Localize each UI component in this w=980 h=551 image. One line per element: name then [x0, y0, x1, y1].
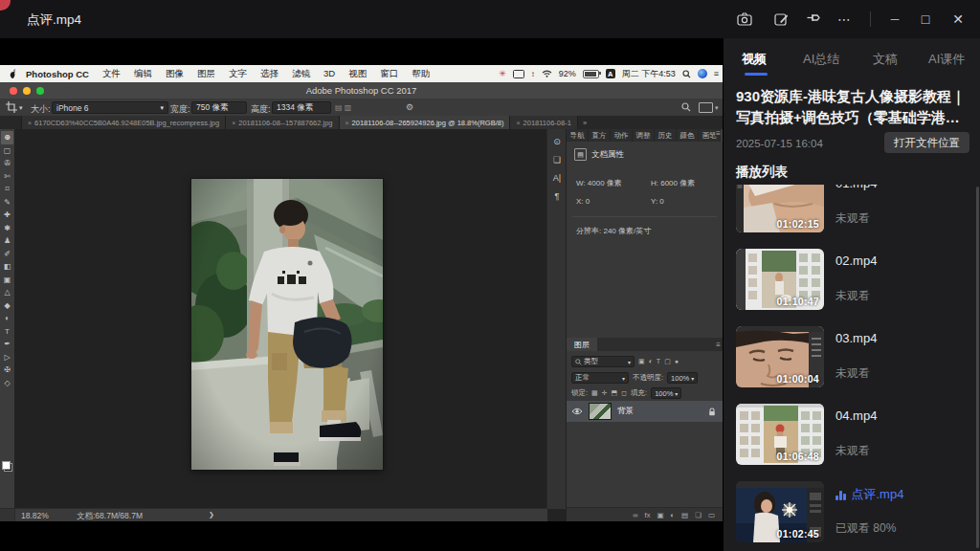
layers-tab: 图层: [567, 338, 597, 351]
lock-icon: [708, 408, 716, 416]
layer-filter-icon: ●: [675, 358, 679, 365]
minimize-button[interactable]: ─: [882, 8, 907, 31]
playlist-item-3[interactable]: 01:00:04 03.mp4 未观看: [736, 326, 968, 387]
workspace-dropdown-glyph: ▾: [715, 104, 719, 112]
macos-menus: 文件编辑图像图层文字选择滤镜3D视图窗口帮助: [102, 68, 430, 80]
apple-logo-icon: [9, 69, 17, 79]
pin-button[interactable]: [801, 8, 826, 31]
layers-footer-icon: ◐: [671, 511, 676, 519]
ps-window-title: Adobe Photoshop CC 2017: [0, 85, 723, 96]
playlist-item-5-current[interactable]: 01:02:45 点评.mp4 已观看 80%: [736, 481, 968, 542]
tab-ai-summary[interactable]: AI总结: [803, 51, 839, 68]
doc-tab-4: × 20181106-08-1: [510, 116, 577, 129]
ps-tool-icon: ◇: [1, 377, 13, 390]
tab-ai-courseware[interactable]: AI课件: [928, 51, 965, 68]
lock-option-icon: ⬒: [612, 389, 618, 397]
macos-app-menu: Photoshop CC: [26, 69, 89, 79]
playlist-item-4[interactable]: 01:06:48 04.mp4 未观看: [736, 404, 968, 465]
ps-canvas: [14, 129, 547, 509]
playlist-item-status: 未观看: [835, 210, 870, 227]
screenshot-button[interactable]: [732, 8, 757, 31]
doc-icons: ▤ ▥: [335, 103, 351, 112]
active-tab-underline: [745, 73, 768, 76]
size-label: 大小:: [31, 103, 51, 116]
input-method-badge: A: [606, 69, 615, 78]
playlist-item-2[interactable]: 01:10:47 02.mp4 未观看: [736, 249, 968, 310]
ps-options-bar: ▾ 大小: iPhone 6 ▾ 宽度: 750 像素 高度: 1334 像素 …: [0, 99, 723, 117]
maximize-button[interactable]: □: [913, 8, 938, 31]
duration-badge: 01:02:45: [736, 481, 824, 542]
menubar-clock: 周二 下午4:53: [622, 68, 676, 80]
camera-icon: [737, 12, 752, 26]
ps-tool-icon: ✚: [1, 209, 13, 222]
chevron-down-icon: ▾: [628, 359, 631, 365]
battery-percent: 92%: [559, 69, 576, 78]
size-select: iPhone 6 ▾: [52, 101, 168, 114]
layers-footer-icon: ▣: [657, 511, 663, 519]
spotlight-icon: [682, 70, 691, 78]
doc-x: X: 0: [576, 197, 590, 206]
notes-button[interactable]: [768, 8, 793, 31]
window-titlebar: 点评.mp4 ⋯ ─ □: [0, 0, 980, 38]
panel-menu-icon: ≡: [716, 129, 721, 138]
height-value: 1334 像素: [277, 102, 313, 114]
macos-menu-item: 文件: [102, 68, 121, 80]
layers-footer-icon: ∞: [633, 511, 637, 519]
ps-tool-icon: ▷: [1, 351, 13, 364]
photo-document: [191, 179, 383, 470]
chevron-down-icon: ▾: [160, 104, 164, 112]
notification-center-icon: ≡: [714, 69, 719, 78]
playlist-item-name: 04.mp4: [835, 408, 877, 423]
close-button[interactable]: ✕: [946, 8, 970, 31]
ps-tool-icon: ✒: [1, 338, 13, 351]
macos-menu-item: 滤镜: [292, 68, 310, 80]
ps-tool-icon: ◆: [1, 299, 13, 313]
doc-tab-2: × 20181106-08--157887662.jpg: [226, 116, 339, 129]
display-icon: [513, 70, 524, 78]
dock-panel-icon: A|: [553, 173, 561, 183]
doc-resolution: 分辨率: 240 像素/英寸: [576, 226, 651, 236]
lock-icons: ▩✛⬒◻: [591, 389, 627, 397]
fill-value: 100%: [655, 389, 673, 398]
width-value: 750 像素: [196, 102, 229, 114]
width-field: 750 像素: [191, 101, 247, 114]
video-date: 2025-07-15 16:04: [736, 138, 823, 149]
ps-tool-icon: ✄: [1, 170, 13, 184]
ps-tool-icon: T: [1, 325, 13, 339]
layers-filter-row: 类型 ▾ ▣◐T▢●: [567, 354, 723, 369]
layer-filter-icon: ▣: [638, 358, 645, 365]
macos-menubar: Photoshop CC 文件编辑图像图层文字选择滤镜3D视图窗口帮助 ✳ ↕ …: [0, 65, 723, 82]
tab-transcript[interactable]: 文稿: [873, 51, 898, 68]
playlist-item-name: 03.mp4: [835, 331, 877, 345]
video-player-surface[interactable]: Photoshop CC 文件编辑图像图层文字选择滤镜3D视图窗口帮助 ✳ ↕ …: [0, 38, 723, 551]
open-file-location-button[interactable]: 打开文件位置: [884, 132, 969, 153]
playlist-scrollbar[interactable]: [976, 187, 979, 548]
lock-option-icon: ✛: [602, 389, 608, 397]
layer-thumbnail: [589, 403, 612, 420]
photo-illustration: [191, 179, 383, 470]
more-button[interactable]: ⋯: [832, 8, 857, 31]
ps-document-tabs: × 6170CD63%40CC5B0A46.9248E05B.jpg_recom…: [0, 116, 723, 129]
color-swatches: [2, 461, 12, 472]
minimize-icon: ─: [891, 13, 900, 25]
layers-footer-icon: ▤: [681, 511, 688, 519]
visibility-eye-icon: [571, 408, 583, 415]
maximize-icon: □: [922, 12, 929, 26]
ps-panel-tab: 调整: [633, 129, 655, 142]
doc-tab-label: 6170CD63%40CC5B0A46.9248E05B.jpg_recompr…: [34, 119, 219, 127]
layer-filter-icons: ▣◐T▢●: [638, 358, 679, 365]
playlist-item-status: 未观看: [835, 288, 870, 304]
layers-footer-icon: fx: [645, 511, 651, 519]
background-layer-row: 背景: [567, 401, 723, 422]
filter-type-label: 类型: [584, 357, 598, 366]
workspace-icon: [699, 102, 713, 113]
ps-tool-icon: ⌑: [1, 183, 13, 196]
height-label: 高度:: [251, 103, 271, 116]
layers-footer-icon: ▭: [708, 511, 715, 519]
tab-video[interactable]: 视频: [742, 51, 767, 68]
sidebar-header: 视频 AI总结 文稿 AI课件 930资源库-港味复古人像摄影教程｜写真拍摄+调…: [724, 38, 980, 185]
ps-toolbar: ⊕▢✇✄⌑✎✚✱♟✐◧▣△◆◐T✒▷✠◇: [0, 129, 15, 509]
close-tab-icon: ×: [28, 120, 32, 126]
doc-height: H: 6000 像素: [651, 178, 695, 188]
properties-header: ▤ 文档属性: [574, 148, 624, 161]
